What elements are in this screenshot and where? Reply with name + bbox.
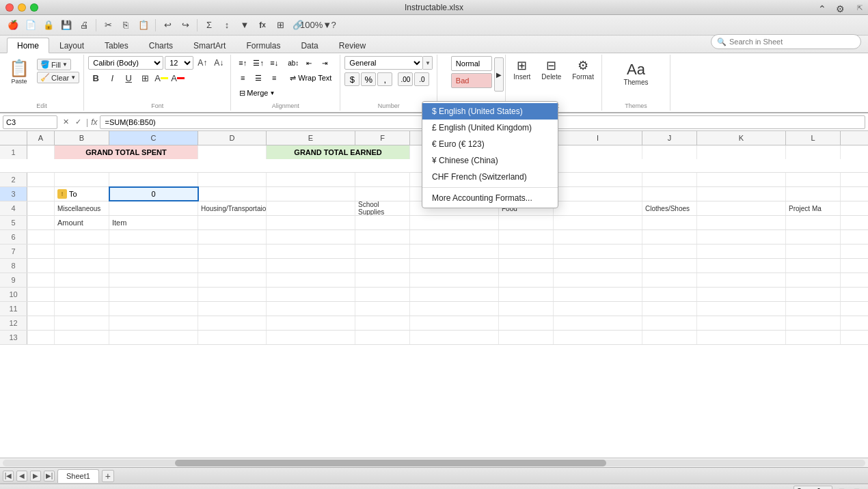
cell-A13[interactable] — [27, 331, 55, 344]
cell-F13[interactable] — [355, 331, 410, 344]
number-format-dropdown-btn[interactable]: ▼ — [423, 56, 433, 70]
cell-M10[interactable] — [841, 288, 868, 301]
cell-I9[interactable] — [554, 273, 642, 287]
cell-J8[interactable] — [642, 259, 697, 273]
cell-C2[interactable] — [109, 173, 198, 186]
apple-menu-btn[interactable]: 🍎 — [5, 18, 21, 33]
cell-C3[interactable]: 0 — [109, 187, 198, 201]
font-name-select[interactable]: Calibri (Body) — [88, 56, 163, 70]
cell-A7[interactable] — [27, 244, 55, 258]
cell-I2[interactable] — [554, 173, 642, 186]
cell-L4[interactable]: Project Ma — [786, 201, 841, 215]
cell-L6[interactable] — [786, 230, 841, 244]
themes-button[interactable]: Aa Themes — [620, 59, 651, 88]
cell-L3[interactable] — [786, 187, 841, 201]
zoom-btn[interactable]: 100%▼ — [308, 18, 323, 33]
col-header-C[interactable]: C — [109, 131, 198, 145]
currency-option-eur[interactable]: € Euro (€ 123) — [422, 136, 558, 152]
tab-formulas[interactable]: Formulas — [236, 38, 290, 53]
cell-E11[interactable] — [267, 302, 355, 316]
first-sheet-btn[interactable]: |◀ — [3, 471, 14, 481]
cell-H7[interactable] — [499, 244, 554, 258]
cell-I7[interactable] — [554, 244, 642, 258]
cell-H12[interactable] — [499, 316, 554, 330]
cell-A4[interactable] — [27, 201, 55, 215]
cell-K12[interactable] — [697, 316, 786, 330]
align-right-top-btn[interactable]: ≡↓ — [267, 56, 282, 70]
comma-btn[interactable]: , — [377, 72, 392, 86]
cell-D7[interactable] — [198, 244, 267, 258]
borders-button[interactable]: ⊞ — [137, 71, 152, 85]
sum-select[interactable]: Sum= 0 — [794, 486, 832, 490]
row-num-8[interactable]: 8 — [0, 259, 27, 273]
cell-H10[interactable] — [499, 288, 554, 301]
tab-charts[interactable]: Charts — [139, 38, 183, 53]
confirm-formula-btn[interactable]: ✓ — [72, 117, 83, 128]
row-num-7[interactable]: 7 — [0, 244, 27, 258]
cell-B7[interactable] — [55, 244, 109, 258]
cell-L8[interactable] — [786, 259, 841, 273]
cell-K11[interactable] — [697, 302, 786, 316]
prev-sheet-btn[interactable]: ◀ — [16, 471, 27, 481]
cell-J3[interactable] — [642, 187, 697, 201]
cell-G9[interactable] — [410, 273, 499, 287]
cell-B9[interactable] — [55, 273, 109, 287]
paste-btn[interactable]: 📋 — [136, 18, 151, 33]
sheet-tab-1[interactable]: Sheet1 — [57, 469, 99, 483]
search-input[interactable] — [729, 38, 852, 46]
cell-D4[interactable]: Housing/Transportaion — [198, 201, 267, 215]
cell-M1[interactable] — [841, 145, 868, 159]
tab-layout[interactable]: Layout — [49, 38, 94, 53]
col-header-A[interactable]: A — [27, 131, 55, 145]
col-header-E[interactable]: E — [267, 131, 355, 145]
clear-button[interactable]: 🧹 Clear ▼ — [37, 72, 79, 83]
row-num-6[interactable]: 6 — [0, 230, 27, 244]
cell-E10[interactable] — [267, 288, 355, 301]
cell-M11[interactable] — [841, 302, 868, 316]
merge-button[interactable]: ⊟ Merge ▼ — [235, 86, 279, 100]
lock-btn[interactable]: 🔒 — [41, 18, 56, 33]
cell-G8[interactable] — [410, 259, 499, 273]
cell-D11[interactable] — [198, 302, 267, 316]
cell-C10[interactable] — [109, 288, 198, 301]
align-right-btn[interactable]: ≡ — [267, 71, 282, 85]
cell-J7[interactable] — [642, 244, 697, 258]
function-btn[interactable]: fx — [255, 18, 270, 33]
cell-M3[interactable] — [841, 187, 868, 201]
bad-style-box[interactable]: Bad — [451, 73, 492, 88]
cell-F4[interactable]: School Supplies — [355, 201, 410, 215]
cell-C5[interactable]: Item — [109, 216, 198, 229]
cell-H8[interactable] — [499, 259, 554, 273]
cell-L9[interactable] — [786, 273, 841, 287]
cell-K5[interactable] — [697, 216, 786, 229]
cell-K1[interactable] — [697, 145, 786, 159]
cell-I6[interactable] — [554, 230, 642, 244]
cell-I8[interactable] — [554, 259, 642, 273]
currency-option-gbp[interactable]: £ English (United Kingdom) — [422, 120, 558, 136]
currency-option-cny[interactable]: ¥ Chinese (China) — [422, 152, 558, 169]
ribbon-collapse-btn[interactable]: ⌃ — [815, 1, 830, 16]
sort-btn[interactable]: ↕ — [219, 18, 234, 33]
cell-I1[interactable] — [554, 145, 642, 159]
cell-F7[interactable] — [355, 244, 410, 258]
underline-button[interactable]: U — [121, 71, 136, 85]
ribbon-settings-btn[interactable]: ⚙ — [832, 1, 847, 16]
cell-M6[interactable] — [841, 230, 868, 244]
row-num-12[interactable]: 12 — [0, 316, 27, 330]
cell-B12[interactable] — [55, 316, 109, 330]
cell-H13[interactable] — [499, 331, 554, 344]
cell-L12[interactable] — [786, 316, 841, 330]
cell-B5[interactable]: Amount — [55, 216, 109, 229]
cell-D12[interactable] — [198, 316, 267, 330]
normal-style-box[interactable]: Normal — [451, 56, 492, 71]
col-header-D[interactable]: D — [198, 131, 267, 145]
cell-A5[interactable] — [27, 216, 55, 229]
minimize-button[interactable] — [18, 3, 26, 12]
cell-E7[interactable] — [267, 244, 355, 258]
col-header-I[interactable]: I — [554, 131, 642, 145]
cell-J11[interactable] — [642, 302, 697, 316]
cell-G13[interactable] — [410, 331, 499, 344]
cell-A12[interactable] — [27, 316, 55, 330]
cell-H5[interactable] — [499, 216, 554, 229]
cell-J1[interactable] — [642, 145, 697, 159]
